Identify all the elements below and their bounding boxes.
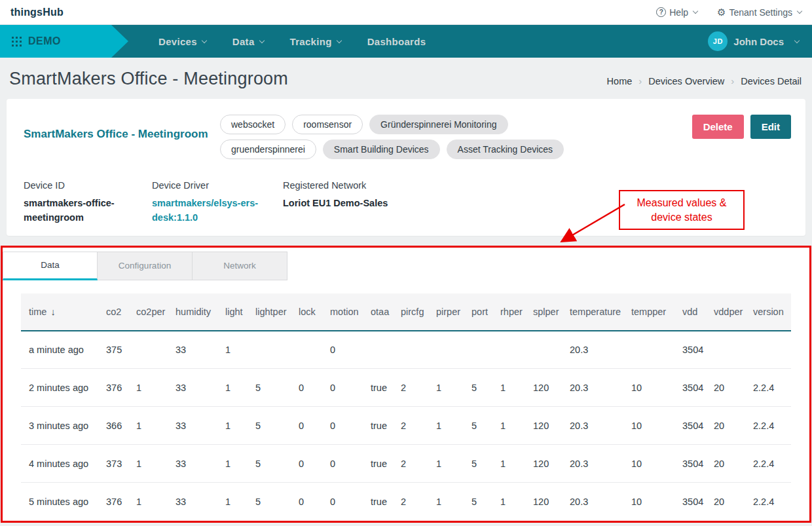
chevron-down-icon (797, 9, 802, 14)
column-header-lock[interactable]: lock (291, 293, 322, 331)
tag-smart-building-devices[interactable]: Smart Building Devices (323, 140, 440, 159)
breadcrumb-item-home[interactable]: Home (607, 76, 633, 86)
user-menu[interactable]: JD John Docs (708, 25, 812, 58)
tab-network[interactable]: Network (193, 252, 287, 280)
cell-co2: 376 (98, 483, 128, 521)
column-header-light[interactable]: light (217, 293, 248, 331)
annotation-measured-values: Measured values & device states (619, 190, 745, 230)
nav-item-data[interactable]: Data (232, 36, 264, 47)
tag-gruenderspinnerei[interactable]: gruenderspinnerei (220, 140, 316, 159)
cell-vdd: 3504 (674, 445, 706, 483)
nav-item-tracking[interactable]: Tracking (290, 36, 341, 47)
table-header-row: time↓co2co2perhumiditylightlightperlockm… (21, 293, 791, 331)
delete-button[interactable]: Delete (692, 115, 744, 139)
cell-humidity: 33 (168, 407, 217, 445)
measurements-table-wrap: time↓co2co2perhumiditylightlightperlockm… (3, 280, 809, 521)
tenant-settings-menu[interactable]: ⚙ Tenant Settings (717, 7, 802, 18)
column-header-splper[interactable]: splper (525, 293, 562, 331)
cell-motion: 0 (322, 445, 363, 483)
cell-port (464, 331, 492, 369)
field-value[interactable]: smartmakers/elsys-ers-desk:1.1.0 (152, 196, 265, 225)
field-value: Loriot EU1 Demo-Sales (283, 196, 388, 210)
cell-otaa (363, 331, 393, 369)
nav-item-dashboards[interactable]: Dashboards (367, 36, 426, 47)
cell-co2: 376 (98, 369, 128, 407)
main-navbar: DEMO DevicesDataTrackingDashboards JD Jo… (0, 25, 812, 58)
cell-pirper: 1 (428, 369, 464, 407)
column-header-version[interactable]: version (745, 293, 791, 331)
column-header-pircfg[interactable]: pircfg (393, 293, 428, 331)
help-menu[interactable]: ? Help (656, 7, 697, 18)
cell-vdd: 3504 (674, 407, 706, 445)
gear-icon: ⚙ (717, 7, 726, 17)
measurements-table: time↓co2co2perhumiditylightlightperlockm… (21, 293, 791, 521)
app-logo[interactable]: thingsHub (10, 7, 64, 18)
cell-rhper: 1 (492, 445, 525, 483)
field-label: Device Driver (152, 180, 283, 191)
tag-websocket[interactable]: websocket (220, 115, 286, 134)
breadcrumb: Home›Devices Overview›Devices Detail (607, 75, 802, 89)
field-value: smartmakers-office-meetingroom (24, 196, 122, 225)
sort-desc-icon: ↓ (50, 307, 55, 317)
column-header-time[interactable]: time↓ (21, 293, 98, 331)
cell-lightper: 5 (248, 407, 291, 445)
column-header-motion[interactable]: motion (322, 293, 363, 331)
user-name: John Docs (733, 36, 784, 47)
column-header-co2per[interactable]: co2per (128, 293, 168, 331)
device-name: SmartMakers Office - Meetingroom (16, 111, 220, 141)
nav-item-label: Dashboards (367, 36, 426, 47)
tab-configuration[interactable]: Configuration (98, 252, 193, 280)
column-header-tempper[interactable]: tempper (623, 293, 674, 331)
cell-lock: 0 (291, 483, 322, 521)
column-header-humidity[interactable]: humidity (168, 293, 217, 331)
breadcrumb-item-devices-overview[interactable]: Devices Overview (648, 76, 724, 86)
cell-lightper: 5 (248, 445, 291, 483)
edit-button[interactable]: Edit (750, 115, 791, 139)
tag-roomsensor[interactable]: roomsensor (292, 115, 363, 134)
cell-time: 5 minutes ago (21, 483, 98, 521)
table-body: a minute ago375331020.335042 minutes ago… (21, 331, 791, 521)
cell-pircfg: 2 (393, 369, 428, 407)
field-device-driver: Device Driversmartmakers/elsys-ers-desk:… (152, 180, 283, 225)
cell-light: 1 (217, 407, 248, 445)
cell-light: 1 (217, 331, 248, 369)
cell-pirper: 1 (428, 445, 464, 483)
cell-pircfg: 2 (393, 407, 428, 445)
cell-tempper (623, 331, 674, 369)
help-label: Help (669, 7, 688, 18)
cell-co2per: 1 (128, 369, 168, 407)
cell-version: 2.2.4 (745, 407, 791, 445)
column-header-port[interactable]: port (464, 293, 492, 331)
cell-splper: 120 (525, 483, 562, 521)
cell-humidity: 33 (168, 445, 217, 483)
column-header-co2[interactable]: co2 (98, 293, 128, 331)
cell-temperature: 20.3 (562, 369, 623, 407)
column-header-lightper[interactable]: lightper (248, 293, 291, 331)
cell-tempper: 10 (623, 483, 674, 521)
cell-co2per (128, 331, 168, 369)
cell-humidity: 33 (168, 483, 217, 521)
cell-temperature: 20.3 (562, 483, 623, 521)
cell-lock: 0 (291, 407, 322, 445)
column-header-temperature[interactable]: temperature (562, 293, 623, 331)
cell-lock: 0 (291, 445, 322, 483)
column-header-otaa[interactable]: otaa (363, 293, 393, 331)
cell-splper (525, 331, 562, 369)
grid-icon (12, 37, 22, 47)
workspace-switcher[interactable]: DEMO (0, 25, 128, 58)
column-header-vddper[interactable]: vddper (706, 293, 745, 331)
cell-port: 5 (464, 483, 492, 521)
nav-item-devices[interactable]: Devices (158, 36, 206, 47)
column-header-rhper[interactable]: rhper (492, 293, 525, 331)
column-header-pirper[interactable]: pirper (428, 293, 464, 331)
cell-otaa: true (363, 483, 393, 521)
cell-pircfg: 2 (393, 445, 428, 483)
tag-asset-tracking-devices[interactable]: Asset Tracking Devices (447, 140, 564, 159)
cell-port: 5 (464, 369, 492, 407)
avatar: JD (708, 31, 728, 51)
tab-data[interactable]: Data (3, 252, 98, 280)
column-header-vdd[interactable]: vdd (674, 293, 706, 331)
cell-rhper: 1 (492, 483, 525, 521)
tag-gr-nderspinnerei-monitoring[interactable]: Gründerspinnerei Monitoring (369, 115, 507, 134)
nav-item-label: Tracking (290, 36, 332, 47)
